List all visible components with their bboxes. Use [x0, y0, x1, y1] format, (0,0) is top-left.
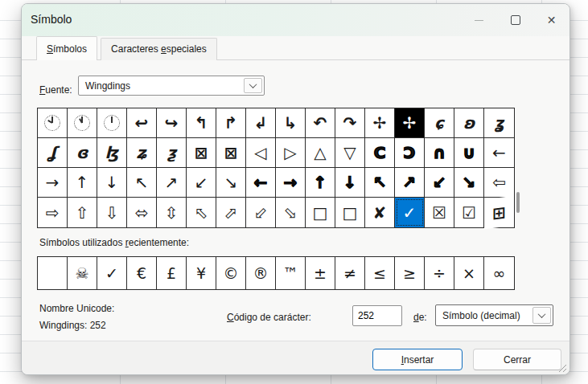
symbol-cell[interactable]: ↘	[216, 168, 246, 198]
symbol-cell[interactable]: →	[276, 168, 306, 198]
close-dialog-button[interactable]: Cerrar	[473, 349, 561, 370]
symbol-cell[interactable]: ↗	[157, 168, 187, 198]
symbol-cell[interactable]: ↲	[246, 108, 276, 138]
font-select[interactable]: Wingdings	[78, 76, 265, 96]
resize-grip-icon[interactable]	[557, 362, 567, 373]
symbol-cell[interactable]: ʓ	[484, 108, 514, 138]
recent-symbol-cell[interactable]: ≠	[335, 257, 365, 289]
symbol-cell[interactable]: ⇩	[97, 198, 127, 227]
recent-symbol-cell[interactable]: €	[127, 257, 157, 289]
symbol-cell[interactable]: ↑	[68, 168, 97, 198]
chevron-down-icon	[538, 310, 546, 318]
titlebar[interactable]: Símbolo ✕	[22, 4, 569, 36]
symbol-cell[interactable]: ↖	[365, 168, 395, 198]
symbol-cell[interactable]: ↷	[335, 108, 365, 138]
symbol-cell[interactable]: ⬂	[276, 198, 306, 227]
symbol-cell[interactable]: ↱	[216, 108, 246, 138]
font-select-value: Wingdings	[85, 80, 130, 92]
symbol-cell[interactable]: ◁	[246, 138, 276, 168]
symbol-cell[interactable]: ↳	[276, 108, 306, 138]
recent-symbol-cell[interactable]: ≤	[365, 257, 395, 289]
recent-symbol-cell[interactable]: ÷	[425, 257, 454, 289]
symbol-cell[interactable]: ✘	[365, 198, 395, 227]
symbol-cell[interactable]: ↓	[335, 168, 365, 198]
maximize-button[interactable]	[497, 4, 533, 36]
symbol-cell[interactable]: ʆ	[38, 138, 68, 168]
symbol-cell[interactable]: ∪	[454, 138, 484, 168]
symbol-cell[interactable]: ⊠	[187, 138, 216, 168]
symbol-cell[interactable]: →	[38, 168, 68, 198]
symbol-cell[interactable]: ↙	[425, 168, 454, 198]
recent-symbol-cell[interactable]: ×	[454, 257, 484, 289]
recent-symbol-cell[interactable]: ∞	[484, 257, 514, 289]
from-label: de:	[413, 312, 427, 323]
recent-symbol-cell[interactable]	[38, 257, 68, 289]
grid-scrollbar[interactable]	[516, 108, 525, 227]
symbol-cell[interactable]	[38, 108, 68, 138]
grid-scrollbar-thumb[interactable]	[516, 192, 520, 213]
symbol-cell[interactable]: ←	[246, 168, 276, 198]
symbol-dialog: Símbolo ✕ Símbolos Caracteres especiales…	[21, 3, 570, 375]
recent-symbol-cell[interactable]: ±	[306, 257, 335, 289]
symbol-cell[interactable]: □	[306, 198, 335, 227]
from-select[interactable]: Símbolo (decimal)	[435, 304, 553, 326]
font-select-dropdown-button[interactable]	[244, 78, 262, 93]
symbol-cell[interactable]: □	[335, 198, 365, 227]
symbol-cell[interactable]: ↓	[97, 168, 127, 198]
symbol-cell[interactable]: ⬀	[216, 198, 246, 227]
symbol-cell[interactable]: ↖	[127, 168, 157, 198]
recent-symbol-cell[interactable]: ¥	[187, 257, 216, 289]
symbol-cell[interactable]: ✢	[395, 108, 425, 138]
symbol-cell[interactable]: ↗	[395, 168, 425, 198]
symbol-cell[interactable]: ⇧	[68, 198, 97, 227]
symbol-cell[interactable]: ↪	[157, 108, 187, 138]
symbol-cell[interactable]: ✢	[365, 108, 395, 138]
close-button[interactable]: ✕	[533, 4, 569, 36]
insert-button[interactable]: Insertar	[372, 349, 463, 370]
dialog-title: Símbolo	[31, 13, 72, 26]
symbol-cell[interactable]: C	[365, 138, 395, 168]
symbol-cell[interactable]: ☒	[425, 198, 454, 227]
symbol-cell[interactable]: ⬁	[187, 198, 216, 227]
symbol-cell[interactable]: △	[306, 138, 335, 168]
recent-symbol-cell[interactable]: ®	[246, 257, 276, 289]
symbol-cell[interactable]: ↶	[306, 108, 335, 138]
symbol-cell[interactable]: ⇨	[38, 198, 68, 227]
symbol-cell[interactable]: ɕ	[425, 108, 454, 138]
symbol-cell[interactable]: Ɔ	[395, 138, 425, 168]
tab-caracteres-especiales[interactable]: Caracteres especiales	[101, 38, 217, 60]
symbol-cell[interactable]: ɞ	[68, 138, 97, 168]
symbol-cell[interactable]: ⊞	[484, 196, 514, 230]
symbol-cell[interactable]: ⬄	[127, 198, 157, 227]
symbol-cell[interactable]	[68, 108, 97, 138]
symbol-cell[interactable]: ↰	[187, 108, 216, 138]
tab-simbolos[interactable]: Símbolos	[36, 36, 97, 60]
symbol-cell[interactable]: ←	[484, 138, 514, 168]
recent-symbol-cell[interactable]: ☠	[68, 257, 97, 289]
from-select-dropdown-button[interactable]	[532, 307, 551, 324]
symbol-cell[interactable]: ↙	[187, 168, 216, 198]
recent-symbol-cell[interactable]: ✓	[97, 257, 127, 289]
symbol-cell[interactable]: ʑ	[127, 138, 157, 168]
symbol-cell[interactable]: ↘	[454, 168, 484, 198]
char-code-input[interactable]	[352, 305, 402, 326]
symbol-cell[interactable]: ⊠	[216, 138, 246, 168]
symbol-cell[interactable]: ⬃	[246, 198, 276, 227]
symbol-cell[interactable]: ▽	[335, 138, 365, 168]
recent-symbol-cell[interactable]: ≥	[395, 257, 425, 289]
symbol-cell[interactable]: ▷	[276, 138, 306, 168]
symbol-cell[interactable]: ↑	[306, 168, 335, 198]
symbol-cell[interactable]: ɮ	[97, 138, 127, 168]
recent-symbol-cell[interactable]: ™	[276, 257, 306, 289]
symbol-cell-selected[interactable]: ✓	[395, 198, 425, 227]
symbol-cell[interactable]: ∩	[425, 138, 454, 168]
symbol-cell[interactable]: ƺ	[157, 138, 187, 168]
symbol-cell[interactable]: ☑	[454, 198, 484, 227]
symbol-cell[interactable]: ⇦	[484, 168, 514, 198]
recent-symbol-cell[interactable]: £	[157, 257, 187, 289]
symbol-cell[interactable]: ↩	[127, 108, 157, 138]
symbol-cell[interactable]	[97, 108, 127, 138]
recent-symbol-cell[interactable]: ©	[216, 257, 246, 289]
symbol-cell[interactable]: ʚ	[454, 108, 484, 138]
symbol-cell[interactable]: ⇳	[157, 198, 187, 227]
